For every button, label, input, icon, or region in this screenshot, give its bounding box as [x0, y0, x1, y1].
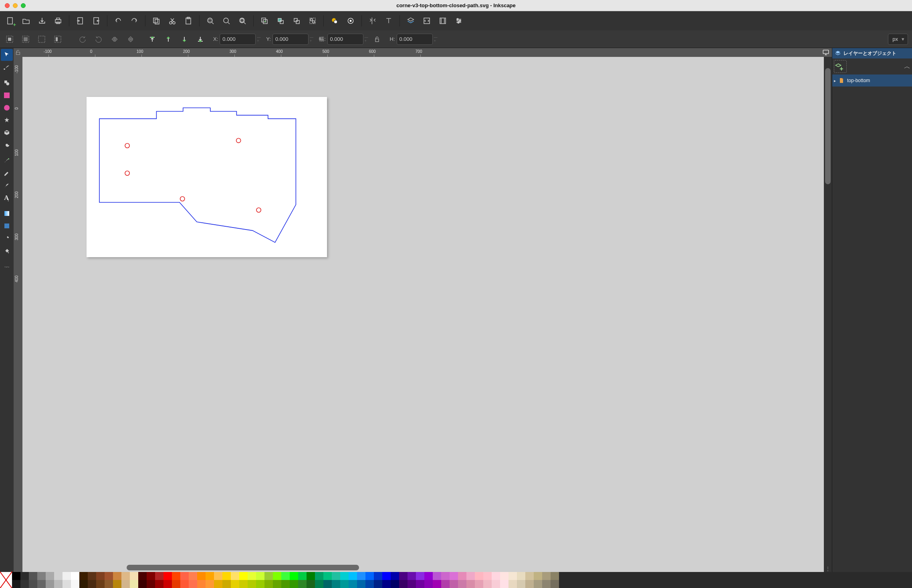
- coord-y-input[interactable]: [272, 34, 309, 45]
- color-swatch[interactable]: [121, 572, 130, 580]
- save-file-button[interactable]: [34, 13, 50, 28]
- lock-aspect-button[interactable]: [370, 32, 384, 46]
- hole-circle[interactable]: [180, 197, 185, 201]
- color-swatch[interactable]: [54, 580, 63, 588]
- color-swatch[interactable]: [508, 572, 517, 580]
- coord-h-spinner[interactable]: —+: [434, 36, 438, 43]
- color-swatch[interactable]: [340, 572, 349, 580]
- flip-vertical-button[interactable]: [123, 32, 138, 46]
- color-swatch[interactable]: [264, 572, 273, 580]
- color-swatch[interactable]: [399, 580, 408, 588]
- color-swatch[interactable]: [248, 572, 256, 580]
- pen-tool[interactable]: [1, 155, 13, 167]
- color-swatch[interactable]: [88, 572, 96, 580]
- select-all-layers-button[interactable]: [18, 32, 33, 46]
- color-swatch[interactable]: [147, 572, 155, 580]
- color-swatch[interactable]: [382, 572, 391, 580]
- color-swatch[interactable]: [525, 580, 534, 588]
- text-type-tool[interactable]: A|: [1, 192, 13, 204]
- add-layer-button[interactable]: +: [834, 60, 847, 73]
- color-swatch[interactable]: [189, 580, 197, 588]
- color-swatch[interactable]: [357, 572, 365, 580]
- object-properties-button[interactable]: [343, 13, 358, 28]
- color-swatch[interactable]: [315, 572, 323, 580]
- color-swatch[interactable]: [113, 572, 121, 580]
- duplicate-button[interactable]: [257, 13, 272, 28]
- color-swatch[interactable]: [408, 580, 416, 588]
- copy-button[interactable]: [149, 13, 164, 28]
- color-swatch[interactable]: [525, 572, 534, 580]
- paint-bucket-tool[interactable]: [1, 245, 13, 257]
- color-swatch[interactable]: [374, 580, 382, 588]
- color-swatch[interactable]: [37, 580, 46, 588]
- color-swatch[interactable]: [416, 572, 424, 580]
- gradient-tool[interactable]: [1, 207, 13, 219]
- 3dbox-tool[interactable]: [1, 127, 13, 139]
- color-swatch[interactable]: [147, 580, 155, 588]
- color-swatch[interactable]: [450, 572, 458, 580]
- color-swatch[interactable]: [12, 580, 20, 588]
- zoom-drawing-button[interactable]: [219, 13, 234, 28]
- color-swatch[interactable]: [256, 580, 264, 588]
- color-swatch[interactable]: [121, 580, 130, 588]
- tweak-tool[interactable]: [1, 260, 13, 272]
- cut-button[interactable]: [165, 13, 180, 28]
- color-swatch[interactable]: [264, 580, 273, 588]
- color-swatch[interactable]: [542, 580, 551, 588]
- color-swatch[interactable]: [307, 580, 315, 588]
- ruler-vertical[interactable]: -1000100200300400: [14, 57, 22, 572]
- color-swatch[interactable]: [113, 580, 121, 588]
- color-swatch[interactable]: [248, 580, 256, 588]
- vertical-scrollbar-thumb[interactable]: [825, 68, 831, 184]
- calligraphy-tool[interactable]: [1, 179, 13, 191]
- color-swatch[interactable]: [180, 580, 189, 588]
- gutter-handle-icon[interactable]: ⋮: [825, 566, 831, 572]
- undo-button[interactable]: [111, 13, 126, 28]
- raise-button[interactable]: [161, 32, 176, 46]
- color-swatch[interactable]: [500, 580, 508, 588]
- color-swatch[interactable]: [71, 572, 79, 580]
- color-swatch[interactable]: [12, 572, 20, 580]
- color-swatch[interactable]: [155, 580, 163, 588]
- color-swatch[interactable]: [466, 580, 475, 588]
- color-swatch[interactable]: [222, 572, 231, 580]
- color-swatch[interactable]: [332, 572, 340, 580]
- hole-circle[interactable]: [236, 138, 241, 143]
- color-swatch[interactable]: [433, 580, 441, 588]
- node-tool[interactable]: [1, 61, 13, 73]
- color-swatch[interactable]: [197, 580, 206, 588]
- dropper-tool[interactable]: [1, 232, 13, 244]
- color-swatch[interactable]: [483, 580, 492, 588]
- expand-layer-icon[interactable]: ▸: [834, 79, 836, 83]
- color-swatch[interactable]: [281, 580, 290, 588]
- coord-h-input[interactable]: [397, 34, 433, 45]
- vertical-scrollbar-track[interactable]: [825, 60, 831, 562]
- close-window-button[interactable]: [5, 3, 10, 8]
- color-swatch[interactable]: [20, 580, 29, 588]
- coord-x-spinner[interactable]: —+: [257, 36, 260, 43]
- redo-button[interactable]: [127, 13, 142, 28]
- shape-builder-tool[interactable]: [1, 77, 13, 89]
- color-swatch[interactable]: [492, 580, 500, 588]
- color-swatch[interactable]: [105, 580, 113, 588]
- new-file-button[interactable]: +: [2, 13, 18, 28]
- color-swatch[interactable]: [29, 580, 37, 588]
- color-swatch[interactable]: [290, 580, 298, 588]
- color-swatch[interactable]: [172, 580, 180, 588]
- color-swatch[interactable]: [534, 580, 542, 588]
- spiral-tool[interactable]: [1, 139, 13, 151]
- color-swatch[interactable]: [458, 580, 466, 588]
- color-swatch[interactable]: [483, 572, 492, 580]
- pencil-tool[interactable]: [1, 167, 13, 179]
- color-swatch[interactable]: [20, 572, 29, 580]
- color-swatch[interactable]: [105, 572, 113, 580]
- coord-w-spinner[interactable]: —+: [365, 36, 368, 43]
- color-swatch[interactable]: [189, 572, 197, 580]
- display-icon[interactable]: [822, 49, 829, 56]
- fill-stroke-button[interactable]: [327, 13, 342, 28]
- color-swatch[interactable]: [365, 572, 374, 580]
- color-swatch[interactable]: [551, 580, 559, 588]
- color-swatch[interactable]: [391, 572, 399, 580]
- color-swatch[interactable]: [290, 572, 298, 580]
- color-swatch[interactable]: [79, 572, 88, 580]
